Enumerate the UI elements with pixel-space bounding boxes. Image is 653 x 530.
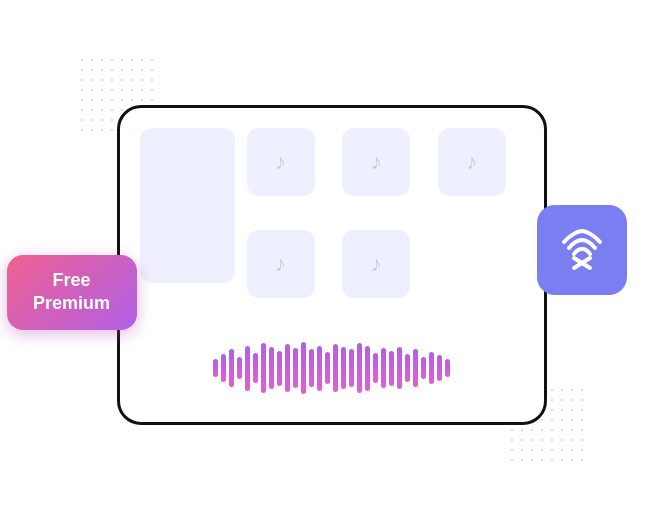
badge-line1: Free [52, 270, 90, 290]
waveform-bar [221, 354, 226, 382]
waveform-bar [261, 343, 266, 393]
waveform-area [150, 338, 514, 398]
music-note-icon-3: ♪ [466, 149, 477, 175]
waveform-bar [341, 347, 346, 389]
waveform-bar [309, 349, 314, 387]
badge-line2: Premium [33, 293, 110, 313]
music-icon-3: ♪ [438, 128, 506, 196]
music-icon-2: ♪ [342, 128, 410, 196]
waveform-bar [445, 359, 450, 377]
waveform-bar [293, 348, 298, 388]
scene: ♪ ♪ ♪ ♪ ♪ [57, 55, 597, 475]
waveform-bar [437, 355, 442, 381]
waveform-bar [413, 349, 418, 387]
sidebar-placeholder [140, 128, 235, 283]
waveform-bar [349, 349, 354, 387]
music-icon-1: ♪ [247, 128, 315, 196]
waveform-bar [277, 351, 282, 386]
wifi-off-badge [537, 205, 627, 295]
waveform-bar [253, 353, 258, 383]
music-note-icon-5: ♪ [371, 251, 382, 277]
card-inner: ♪ ♪ ♪ ♪ ♪ [120, 108, 544, 422]
music-icons-grid: ♪ ♪ ♪ ♪ ♪ [247, 128, 524, 322]
waveform-bar [365, 346, 370, 391]
waveform-bar [269, 347, 274, 389]
waveform-bar [213, 359, 218, 377]
wifi-cross-icon [556, 222, 608, 278]
music-note-icon-1: ♪ [275, 149, 286, 175]
main-card: ♪ ♪ ♪ ♪ ♪ [117, 105, 547, 425]
waveform-bar [381, 348, 386, 388]
waveform-bar [317, 346, 322, 391]
music-note-icon-2: ♪ [371, 149, 382, 175]
waveform-bar [245, 346, 250, 391]
music-icon-4: ♪ [247, 230, 315, 298]
waveform [213, 343, 450, 393]
music-note-icon-4: ♪ [275, 251, 286, 277]
waveform-bar [301, 342, 306, 394]
waveform-bar [357, 343, 362, 393]
waveform-bar [237, 357, 242, 379]
waveform-bar [429, 352, 434, 384]
music-icon-5: ♪ [342, 230, 410, 298]
waveform-bar [397, 347, 402, 389]
waveform-bar [421, 357, 426, 379]
waveform-bar [373, 353, 378, 383]
music-icon-6-empty [438, 230, 506, 298]
waveform-bar [229, 349, 234, 387]
top-section: ♪ ♪ ♪ ♪ ♪ [140, 128, 524, 322]
free-premium-badge[interactable]: Free Premium [7, 255, 137, 330]
waveform-bar [325, 352, 330, 384]
waveform-bar [285, 344, 290, 392]
waveform-bar [333, 344, 338, 392]
waveform-bar [389, 351, 394, 386]
waveform-bar [405, 354, 410, 382]
